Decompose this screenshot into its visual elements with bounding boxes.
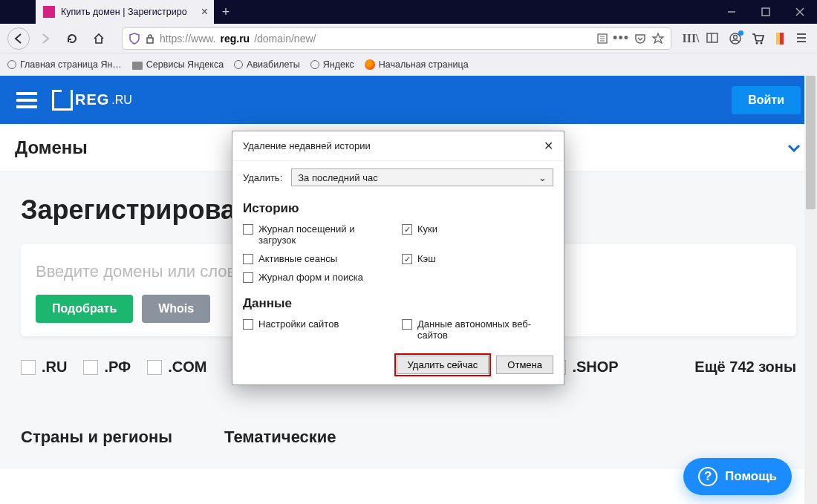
dialog-close-button[interactable]: ✕ [544,139,553,153]
star-icon[interactable] [651,32,665,45]
close-icon [795,7,804,16]
zone-checkbox[interactable]: .COM [147,359,206,376]
scroll-thumb[interactable] [806,76,816,209]
checkbox-site-settings[interactable]: Настройки сайтов [243,318,394,330]
chevron-down-icon [786,140,802,156]
zone-label: .RU [42,359,67,376]
logo-ru: .RU [111,94,132,107]
svg-point-13 [756,42,758,44]
reload-button[interactable] [61,27,83,50]
back-button[interactable] [7,27,30,50]
question-icon: ? [698,467,717,486]
checkbox-forms[interactable]: Журнал форм и поиска [243,272,394,283]
bookmark-item[interactable]: Яндекс [310,59,354,70]
url-toolbar: https://www.reg.ru/domain/new/ ••• III\ [0,24,817,53]
help-label: Помощь [725,469,777,484]
clear-now-button[interactable]: Удалить сейчас [397,356,489,374]
checkbox-offline-data[interactable]: Данные автономных веб-сайтов [402,318,553,341]
history-section-title: Историю [232,194,564,220]
globe-icon [7,60,16,69]
svg-point-12 [734,35,738,39]
bookmark-label: Начальная страница [379,59,469,70]
zone-label: .COM [168,359,206,376]
time-range-select[interactable]: За последний час ⌄ [291,168,553,186]
site-menu-button[interactable] [16,92,37,108]
bookmark-label: Авиабилеты [247,59,300,70]
account-icon[interactable] [728,31,743,46]
window-maximize-button[interactable] [749,0,783,24]
svg-point-14 [761,42,763,44]
lock-icon [145,33,155,44]
pocket-icon[interactable] [634,32,647,45]
tab-thematic[interactable]: Тематические [224,428,336,447]
checkbox-cache[interactable]: Кэш [402,253,553,264]
tab-title: Купить домен | Зарегистриро [61,7,195,17]
tab-countries[interactable]: Страны и регионы [21,428,172,447]
app-menu-icon[interactable] [795,31,810,46]
url-host: reg.ru [220,33,250,45]
arrow-right-icon [39,33,51,45]
time-range-value: За последний час [298,172,377,183]
globe-icon [310,60,319,69]
svg-rect-1 [762,8,769,16]
data-section-title: Данные [232,289,564,315]
bookmark-flag-icon[interactable] [772,31,787,46]
more-zones-link[interactable]: Ещё 742 зоны [694,359,796,376]
help-button[interactable]: ? Помощь [683,458,792,495]
checkbox-visits[interactable]: Журнал посещений и загрузок [243,223,394,246]
firefox-icon [365,59,375,70]
bookmark-item[interactable]: Главная страница Ян… [7,59,122,70]
reload-icon [66,33,78,45]
vertical-scrollbar[interactable] [804,76,817,504]
zone-tabs: Страны и регионы Тематические [21,428,796,447]
window-minimize-button[interactable] [715,0,749,24]
cancel-button[interactable]: Отмена [496,356,553,374]
window-close-button[interactable] [783,0,817,24]
tab-close-icon[interactable]: × [201,5,208,19]
library-icon[interactable]: III\ [683,31,698,46]
bookmarks-bar: Главная страница Ян… Сервисы Яндекса Ави… [0,53,817,76]
bookmark-label: Сервисы Яндекса [146,59,224,70]
zone-checkbox[interactable]: .RU [21,359,67,376]
titlebar: Купить домен | Зарегистриро × + [0,0,817,24]
bookmark-item[interactable]: Начальная страница [365,59,469,70]
cart-icon[interactable] [750,31,765,46]
checkbox-sessions[interactable]: Активные сеансы [243,253,394,264]
checkbox-cookies[interactable]: Куки [402,223,553,235]
page-actions-icon[interactable]: ••• [613,30,629,46]
bookmark-item[interactable]: Сервисы Яндекса [132,59,224,70]
svg-rect-9 [707,33,717,42]
url-path: /domain/new/ [254,33,316,45]
logo-icon [52,90,73,111]
site-logo[interactable]: REG .RU [52,90,132,111]
arrow-left-icon [13,33,25,45]
pick-button[interactable]: Подобрать [36,295,133,323]
browser-tab[interactable]: Купить домен | Зарегистриро × [36,0,214,24]
range-label: Удалить: [243,172,282,183]
login-button[interactable]: Войти [732,86,801,114]
home-icon [93,33,105,45]
forward-button[interactable] [34,27,56,50]
url-scheme: https://www. [160,33,215,45]
minimize-icon [727,7,736,16]
sidebar-icon[interactable] [706,31,720,46]
site-favicon [43,6,55,18]
category-label: Домены [15,137,88,158]
chevron-down-icon: ⌄ [538,172,547,183]
shield-icon [128,33,140,45]
globe-icon [234,60,243,69]
zone-label: .РФ [104,359,131,376]
clear-history-dialog: Удаление недавней истории ✕ Удалить: За … [232,131,564,385]
whois-button[interactable]: Whois [142,295,210,323]
address-bar[interactable]: https://www.reg.ru/domain/new/ ••• [122,27,671,50]
new-tab-button[interactable]: + [214,0,238,24]
bookmark-label: Главная страница Ян… [20,59,122,70]
bookmark-item[interactable]: Авиабилеты [234,59,300,70]
site-header: REG .RU Войти [0,76,817,124]
home-button[interactable] [88,27,110,50]
logo-reg: REG [75,91,109,108]
folder-icon [132,62,143,70]
reader-icon[interactable] [596,33,608,45]
maximize-icon [761,7,770,16]
zone-checkbox[interactable]: .РФ [83,359,131,376]
